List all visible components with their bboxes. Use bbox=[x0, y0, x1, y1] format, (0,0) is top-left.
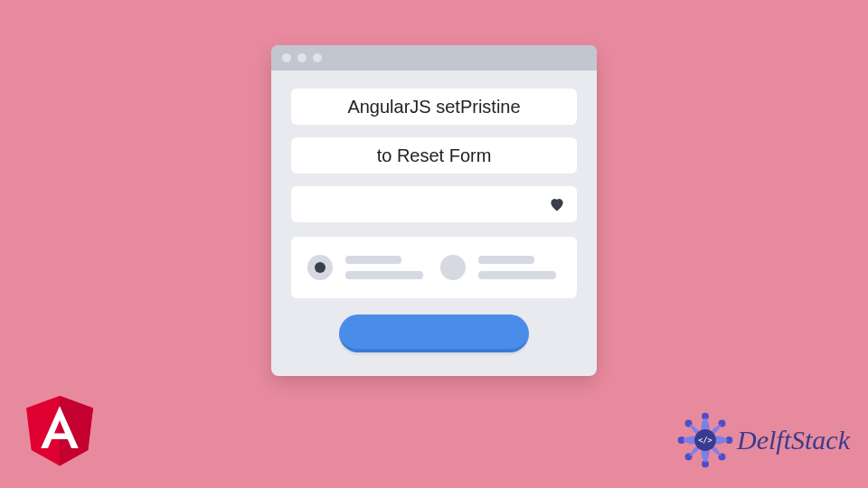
title-field-2: to Reset Form bbox=[291, 137, 577, 174]
svg-text:</>: </> bbox=[698, 436, 712, 445]
placeholder-line bbox=[478, 256, 534, 264]
submit-button[interactable] bbox=[339, 314, 529, 352]
radio-label-1 bbox=[345, 256, 428, 279]
window-dot bbox=[313, 53, 322, 62]
radio-group bbox=[291, 237, 577, 298]
window-titlebar bbox=[271, 45, 597, 70]
radio-option-1[interactable] bbox=[307, 255, 333, 280]
placeholder-line bbox=[345, 256, 401, 264]
title-field-1: AngularJS setPristine bbox=[291, 89, 577, 125]
form-window: AngularJS setPristine to Reset Form bbox=[271, 45, 597, 376]
window-body: AngularJS setPristine to Reset Form bbox=[271, 70, 597, 376]
delftstack-logo: </> DelftStack bbox=[675, 410, 850, 470]
favorite-field[interactable] bbox=[291, 186, 577, 222]
radio-label-2 bbox=[478, 256, 561, 279]
placeholder-line bbox=[478, 271, 556, 279]
radio-option-2[interactable] bbox=[440, 255, 466, 280]
window-dot bbox=[282, 53, 291, 62]
window-dot bbox=[297, 53, 307, 62]
delftstack-brand-text: DelftStack bbox=[737, 425, 850, 455]
submit-row bbox=[291, 314, 577, 352]
placeholder-line bbox=[345, 271, 423, 279]
delftstack-badge-icon: </> bbox=[675, 410, 735, 470]
angular-logo-icon bbox=[20, 387, 99, 472]
heart-icon bbox=[548, 195, 566, 213]
